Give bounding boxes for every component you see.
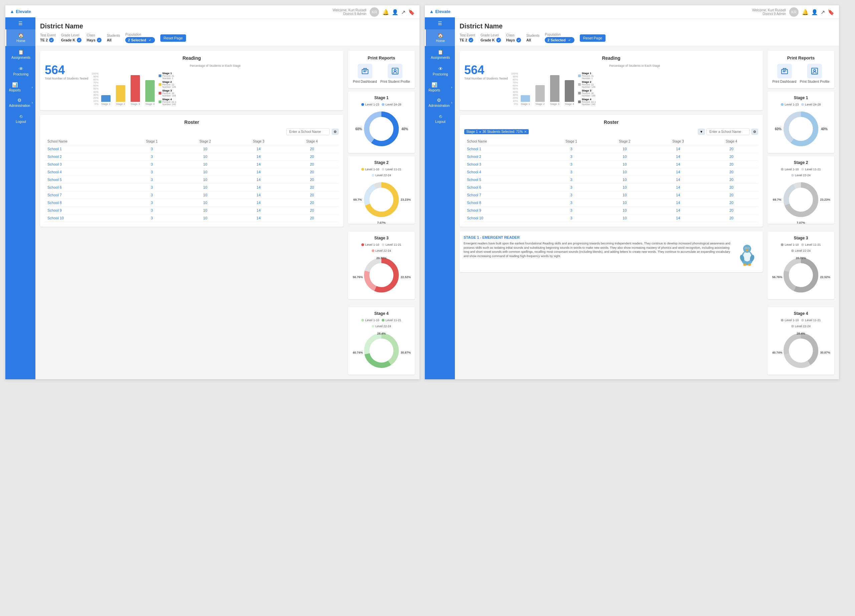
filter-population-value[interactable]: 2 Selected: [125, 37, 155, 43]
sidebar-item-assignments-right[interactable]: 📋 Assignments: [425, 46, 455, 63]
roster-settings-btn[interactable]: ⚙: [751, 128, 758, 135]
roster-filter-btn-right[interactable]: ▼: [698, 128, 705, 135]
stage1-cell: 3: [125, 191, 179, 199]
bookmark-icon[interactable]: 🔖: [408, 9, 415, 15]
reading-title: Reading: [45, 55, 339, 61]
print-profile-btn[interactable]: Print Student Profile: [380, 64, 410, 84]
sidebar-item-proctoring-right[interactable]: 👁 Proctoring: [425, 63, 455, 79]
print-dashboard-right[interactable]: Print Dashboard: [772, 64, 796, 84]
sidebar-item-reports-right[interactable]: 📊 Reports ›: [425, 79, 455, 95]
stage2-cell: 10: [598, 191, 651, 199]
table-row: School 2 3 10 14 20: [45, 153, 339, 160]
school-name-cell[interactable]: School 2: [464, 153, 545, 160]
school-name-cell[interactable]: School 10: [45, 214, 125, 222]
stage2-cell: 10: [179, 199, 232, 207]
stage2-svg: [362, 180, 401, 220]
top-bar-right-left: Welcome, Kurt Russell District 9 Admin K…: [332, 7, 415, 17]
school-name-cell[interactable]: School 1: [464, 145, 545, 153]
filter-grade-value[interactable]: Grade K: [61, 38, 81, 43]
filter-test-event-value[interactable]: TE 2: [40, 38, 56, 43]
sidebar-item-admin-right[interactable]: ⚙ Administration ›: [425, 95, 455, 110]
print-dashboard-label: Print Dashboard: [353, 80, 377, 84]
stage3-legend-2: Level 11-21: [382, 243, 401, 246]
sidebar-item-logout[interactable]: ⎋ Logout: [5, 110, 35, 127]
school-name-cell[interactable]: School 6: [464, 183, 545, 191]
filter-pop-right: Population 2 Selected: [545, 33, 574, 43]
school-name-cell[interactable]: School 10: [464, 214, 545, 222]
stage4-legend-3: Level 22-24: [372, 324, 391, 328]
filter-population: Population 2 Selected: [125, 33, 155, 43]
stage2-cell: 10: [598, 176, 651, 183]
stage1-tag[interactable]: Stage 1 ● 36 Students Selected: 71% ✕: [464, 129, 529, 134]
filter-te-right: Test Event TE 2: [460, 34, 475, 43]
filter-students-value[interactable]: All: [107, 38, 120, 42]
print-reports-title: Print Reports: [353, 55, 410, 60]
school-name-cell[interactable]: School 4: [464, 168, 545, 176]
school-name-cell[interactable]: School 9: [464, 207, 545, 214]
svg-point-4: [394, 69, 396, 72]
tag-close[interactable]: ✕: [524, 130, 527, 133]
sidebar-label-admin: Administration: [9, 104, 30, 107]
stage3-cell: 14: [651, 199, 705, 207]
print-profile-right[interactable]: Print Student Profile: [800, 64, 830, 84]
top-bar-right-panel: Welcome, Kurt Russell District 9 Admin K…: [455, 5, 839, 19]
school-name-cell[interactable]: School 6: [45, 183, 125, 191]
sidebar-item-home[interactable]: 🏠 Home: [5, 29, 35, 46]
logout-icon: ⎋: [20, 113, 22, 119]
proctoring-icon-right: 👁: [438, 66, 443, 72]
table-row: School 9 3 10 14 20: [464, 207, 758, 214]
col-school-name: School Name: [45, 138, 125, 145]
menu-icon[interactable]: ☰: [15, 17, 26, 29]
school-name-cell[interactable]: School 5: [45, 176, 125, 183]
filter-selected-badge: 2 Selected: [125, 37, 155, 43]
school-name-cell[interactable]: School 8: [45, 199, 125, 207]
roster-search-input[interactable]: [286, 128, 329, 135]
sidebar-item-assignments[interactable]: 📋 Assignments: [5, 46, 35, 63]
stage3-legend-1: Level 1-10: [362, 243, 379, 246]
stage2-cell: 10: [598, 199, 651, 207]
school-name-cell[interactable]: School 5: [464, 176, 545, 183]
reset-button-right[interactable]: Reset Page: [580, 34, 605, 42]
sidebar-item-proctoring[interactable]: 👁 Proctoring: [5, 63, 35, 79]
stage4-section: Stage 4 Level 1-10 Level 11-21 Level: [348, 307, 415, 374]
stage2-cell: 10: [179, 153, 232, 160]
sidebar-item-reports[interactable]: 📊 Reports ›: [5, 79, 35, 95]
school-name-cell[interactable]: School 3: [45, 160, 125, 168]
school-name-cell[interactable]: School 9: [45, 207, 125, 214]
reset-button[interactable]: Reset Page: [160, 34, 186, 42]
person-icon-right[interactable]: 👤: [811, 9, 818, 15]
stage1-pct-left: 60%: [355, 127, 362, 131]
school-name-cell[interactable]: School 7: [464, 191, 545, 199]
school-name-cell[interactable]: School 4: [45, 168, 125, 176]
school-name-cell[interactable]: School 2: [45, 153, 125, 160]
bell-icon[interactable]: 🔔: [382, 9, 389, 15]
stage2-cell: 10: [179, 214, 232, 222]
stage4-donut-right: 28.4% 40.74% 30.87%: [781, 330, 821, 371]
print-dashboard-btn[interactable]: Print Dashboard: [353, 64, 377, 84]
filter-class-value[interactable]: Hays: [87, 38, 101, 43]
roster-search-right[interactable]: [706, 128, 750, 135]
legend-stage3: Stage 3Percent: 30Number: 168: [159, 89, 189, 97]
logo-text: Elevate: [16, 9, 31, 14]
stage1-cell: 3: [125, 207, 179, 214]
bell-icon-right[interactable]: 🔔: [802, 9, 809, 15]
sidebar-item-administration[interactable]: ⚙ Administration ›: [5, 95, 35, 110]
school-name-cell[interactable]: School 3: [464, 160, 545, 168]
reading-section-box: Reading 564 Total Number of Students Tes…: [40, 51, 343, 110]
share-icon[interactable]: ↗: [401, 9, 406, 15]
bookmark-icon-right[interactable]: 🔖: [827, 9, 834, 15]
filter-check-icon: [49, 38, 54, 43]
stage3-cell: 14: [651, 183, 705, 191]
school-name-cell[interactable]: School 7: [45, 191, 125, 199]
sidebar-item-home-right[interactable]: 🏠 Home: [425, 29, 455, 46]
roster-filter-button[interactable]: ⚙: [332, 128, 339, 135]
stage3-cell: 14: [232, 214, 285, 222]
sidebar-item-logout-right[interactable]: ⎋ Logout: [425, 110, 455, 127]
school-name-cell[interactable]: School 1: [45, 145, 125, 153]
person-icon[interactable]: 👤: [392, 9, 398, 15]
stage3-svg: [362, 255, 401, 295]
reading-content: 564 Total Number of Students Tested Perc…: [45, 64, 339, 105]
menu-icon-right[interactable]: ☰: [435, 17, 446, 29]
school-name-cell[interactable]: School 8: [464, 199, 545, 207]
share-icon-right[interactable]: ↗: [821, 9, 825, 15]
